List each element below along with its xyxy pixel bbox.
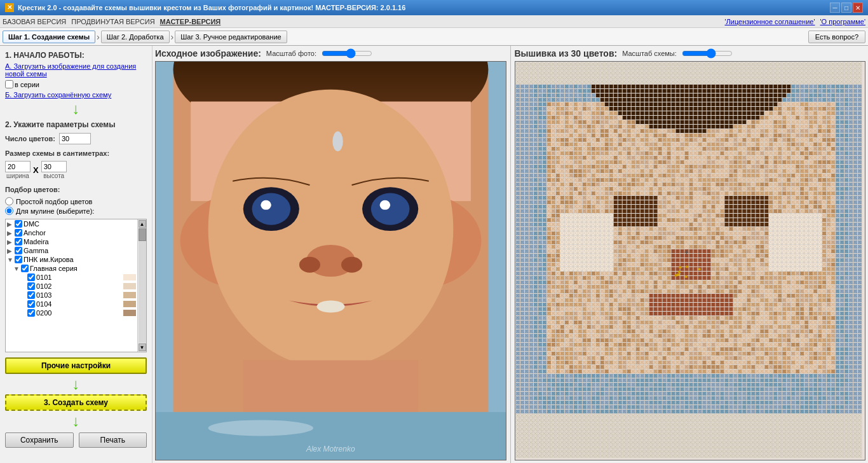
section2-title: 2. Укажите параметры схемы: [5, 120, 147, 129]
app-title: Крестик 2.0 - создавайте схемы вышивки к…: [18, 4, 405, 11]
scrollbar-down[interactable]: ▼: [139, 343, 146, 351]
scale-scheme-label: Масштаб схемы:: [622, 50, 677, 57]
height-label: высота: [43, 172, 64, 179]
tree-item-gamma[interactable]: ▶ Gamma: [6, 246, 137, 255]
tree-scrollbar[interactable]: ▲ ▼: [137, 219, 146, 352]
images-row: Исходное изображение: Масштаб фото: Alex…: [153, 46, 868, 463]
size-row: ширина X высота: [5, 161, 147, 179]
print-button[interactable]: Печать: [79, 432, 147, 448]
color-0103: [123, 292, 136, 298]
checkbox-0103[interactable]: [27, 291, 35, 299]
main-container: 1. НАЧАЛО РАБОТЫ: А. Загрузить изображен…: [0, 46, 868, 463]
load-new-link[interactable]: А. Загрузить изображение для создания но…: [5, 62, 147, 78]
checkbox-gamma[interactable]: [15, 247, 22, 254]
tree-item-madeira[interactable]: ▶ Madeira: [6, 237, 137, 246]
expand-gamma: ▶: [7, 247, 13, 254]
minimize-button[interactable]: ─: [830, 3, 840, 13]
crosshair-marker: +: [684, 248, 689, 257]
expand-main-series: ▼: [13, 265, 20, 272]
window-controls: ─ □ ✕: [830, 3, 863, 13]
original-image-frame: Alex Motrenko: [155, 61, 506, 460]
checkbox-main-series[interactable]: [21, 265, 29, 272]
help-button[interactable]: Есть вопрос?: [808, 31, 865, 43]
about-link[interactable]: 'О программе': [820, 18, 866, 25]
width-label: ширина: [6, 172, 29, 179]
checkbox-0101[interactable]: [27, 273, 35, 281]
watermark: Alex Motrenko: [306, 445, 355, 453]
tab-step2[interactable]: Шаг 2. Доработка: [101, 31, 170, 43]
save-button[interactable]: Сохранить: [5, 432, 74, 448]
embroidery-image-panel: Вышивка из 30 цветов: Масштаб схемы: +: [512, 46, 869, 463]
color-match-options: Простой подбор цветов Для мулине (выбери…: [5, 197, 147, 215]
tab-step2-label: Шаг 2. Доработка: [107, 33, 164, 41]
master-version-tab[interactable]: МАСТЕР-ВЕРСИЯ: [160, 18, 221, 25]
scale-photo-slider[interactable]: [322, 48, 372, 59]
base-version-tab[interactable]: БАЗОВАЯ ВЕРСИЯ: [3, 18, 66, 25]
create-schema-button[interactable]: 3. Создать схему: [5, 394, 147, 411]
height-input[interactable]: [41, 161, 67, 172]
app-icon: ✕: [5, 3, 14, 12]
tree-item-anchor[interactable]: ▶ Anchor: [6, 228, 137, 237]
checkbox-0104[interactable]: [27, 300, 35, 308]
in-series-checkbox[interactable]: [5, 80, 13, 88]
advanced-version-tab[interactable]: ПРОДВИНУТАЯ ВЕРСИЯ: [71, 18, 154, 25]
tree-item-0200[interactable]: 0200: [18, 308, 137, 317]
checkbox-0102[interactable]: [27, 282, 35, 290]
maximize-button[interactable]: □: [841, 3, 851, 13]
muline-radio[interactable]: [5, 207, 13, 215]
simple-radio-item[interactable]: Простой подбор цветов: [5, 197, 147, 205]
colors-input[interactable]: [59, 133, 91, 144]
scrollbar-thumb[interactable]: [139, 228, 146, 241]
embroidery-image-frame: +: [515, 61, 866, 460]
scale-scheme-slider[interactable]: [682, 48, 733, 59]
colors-row: Число цветов:: [5, 133, 147, 144]
label-dmc: DMC: [24, 220, 136, 228]
embroidery-image-header: Вышивка из 30 цветов: Масштаб схемы:: [515, 48, 866, 59]
tree-item-dmc[interactable]: ▶ DMC: [6, 219, 137, 228]
title-bar: ✕ Крестик 2.0 - создавайте схемы вышивки…: [0, 0, 868, 15]
expand-anchor: ▶: [7, 230, 13, 237]
close-button[interactable]: ✕: [853, 3, 863, 13]
checkbox-anchor[interactable]: [15, 229, 22, 237]
color-0200: [123, 310, 136, 316]
tree-item-0101[interactable]: 0101: [18, 273, 137, 282]
checkbox-madeira[interactable]: [15, 238, 22, 245]
original-title: Исходное изображение:: [155, 48, 261, 59]
thread-tree[interactable]: ▶ DMC ▶ Anchor ▶ Madeira ▶: [6, 219, 137, 352]
tree-item-0103[interactable]: 0103: [18, 291, 137, 300]
label-0103: 0103: [36, 291, 121, 299]
settings-button[interactable]: Прочие настройки: [5, 357, 147, 374]
muline-radio-item[interactable]: Для мулине (выберите):: [5, 207, 147, 215]
scrollbar-up[interactable]: ▲: [139, 220, 146, 228]
tree-item-0102[interactable]: 0102: [18, 282, 137, 291]
tree-item-0104[interactable]: 0104: [18, 300, 137, 308]
tab-step3[interactable]: Шаг 3. Ручное редактирование: [175, 31, 287, 43]
label-gamma: Gamma: [24, 247, 136, 254]
original-image-panel: Исходное изображение: Масштаб фото: Alex…: [153, 46, 509, 463]
load-new-row: А. Загрузить изображение для создания но…: [5, 62, 147, 78]
width-input[interactable]: [5, 161, 31, 172]
step-tabs: Шаг 1. Создание схемы › Шаг 2. Доработка…: [0, 28, 868, 46]
checkbox-0200[interactable]: [27, 309, 35, 317]
checkbox-pnk[interactable]: [15, 256, 22, 263]
arrow-down-3: ↓: [5, 413, 147, 429]
label-0200: 0200: [36, 309, 121, 317]
section1-title: 1. НАЧАЛО РАБОТЫ:: [5, 51, 147, 60]
tree-item-pnk[interactable]: ▼ ПНК им.Кирова: [6, 255, 137, 264]
thread-tree-container: ▶ DMC ▶ Anchor ▶ Madeira ▶: [5, 219, 147, 352]
load-saved-link[interactable]: Б. Загрузить сохранённую схему: [5, 91, 147, 99]
tree-item-main-series[interactable]: ▼ Главная серия: [12, 264, 137, 273]
license-link[interactable]: 'Лицензионное соглашение': [724, 18, 815, 25]
arrow-down-1: ↓: [5, 101, 147, 116]
label-main-series: Главная серия: [30, 265, 136, 272]
panel-divider: [510, 46, 511, 463]
checkbox-dmc[interactable]: [15, 220, 22, 228]
tab-step3-label: Шаг 3. Ручное редактирование: [180, 33, 281, 41]
in-series-row: в серии: [5, 80, 147, 88]
tab-step1-label: Шаг 1. Создание схемы: [8, 33, 90, 41]
simple-radio[interactable]: [5, 197, 13, 205]
color-0104: [123, 301, 136, 307]
tab-step1[interactable]: Шаг 1. Создание схемы: [3, 31, 95, 43]
color-0101: [123, 274, 136, 280]
tab-arrow-1: ›: [97, 32, 100, 42]
